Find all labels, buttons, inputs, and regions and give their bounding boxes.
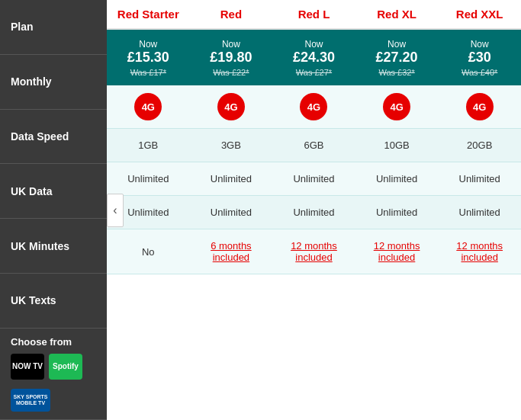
sidebar-item-uk-minutes: UK Minutes	[0, 219, 107, 274]
data-red-starter: 1GB	[107, 129, 190, 162]
price-red-xl: Now £27.20 Was £32*	[355, 29, 439, 85]
monthly-price-row: Now £15.30 Was £17* Now £19.80 Was £22* …	[107, 29, 521, 85]
uk-texts-row: Unlimited Unlimited Unlimited Unlimited …	[107, 196, 521, 229]
spotify-logo[interactable]: Spotify	[49, 354, 82, 380]
sidebar-choose-section: Choose from NOW TV Spotify SKY SPORTS MO…	[0, 329, 107, 420]
left-arrow-button[interactable]: ‹	[107, 194, 124, 227]
texts-red-xxl: Unlimited	[438, 196, 521, 229]
plan-name-red: Red	[190, 0, 273, 29]
speed-red-xl: 4G	[355, 85, 439, 129]
extras-row: No 6 months included 12 months included …	[107, 229, 521, 274]
plan-header-row: Red Starter Red Red L Red XL Red XXL	[107, 0, 521, 29]
plan-name-red-l: Red L	[272, 0, 355, 29]
sidebar-item-uk-texts: UK Texts	[0, 274, 107, 329]
texts-red-xl: Unlimited	[355, 196, 439, 229]
logo-row-2: SKY SPORTS MOBILE TV	[11, 386, 50, 412]
plan-name-red-starter: Red Starter	[107, 0, 190, 29]
texts-red-l: Unlimited	[272, 196, 355, 229]
extras-red[interactable]: 6 months included	[190, 229, 273, 274]
minutes-red-l: Unlimited	[272, 162, 355, 196]
uk-data-row: 1GB 3GB 6GB 10GB 20GB	[107, 129, 521, 162]
minutes-red-xxl: Unlimited	[438, 162, 521, 196]
sidebar-item-data-speed: Data Speed	[0, 110, 107, 165]
speed-red: 4G	[190, 85, 273, 129]
plan-name-red-xl: Red XL	[355, 0, 439, 29]
price-red-xxl: Now £30 Was £40*	[438, 29, 521, 85]
sidebar: Plan Monthly Data Speed UK Data UK Minut…	[0, 0, 107, 420]
data-red: 3GB	[190, 129, 273, 162]
price-red-starter: Now £15.30 Was £17*	[107, 29, 190, 85]
logo-row-1: NOW TV Spotify	[11, 354, 82, 380]
sidebar-item-uk-data: UK Data	[0, 164, 107, 219]
minutes-red: Unlimited	[190, 162, 273, 196]
data-red-xl: 10GB	[355, 129, 439, 162]
speed-red-starter: 4G	[107, 85, 190, 129]
speed-red-xxl: 4G	[438, 85, 521, 129]
nowtv-logo[interactable]: NOW TV	[11, 354, 44, 380]
data-red-l: 6GB	[272, 129, 355, 162]
extras-red-xl[interactable]: 12 months included	[355, 229, 439, 274]
plan-table-container: ‹ Red Starter Red Red L Red XL Red XXL N…	[107, 0, 521, 420]
extras-red-xxl[interactable]: 12 months included	[438, 229, 521, 274]
data-speed-row: 4G 4G 4G 4G 4G	[107, 85, 521, 129]
sidebar-item-monthly: Monthly	[0, 55, 107, 110]
plan-comparison-table: Red Starter Red Red L Red XL Red XXL Now…	[107, 0, 521, 274]
extras-red-l[interactable]: 12 months included	[272, 229, 355, 274]
data-red-xxl: 20GB	[438, 129, 521, 162]
minutes-red-xl: Unlimited	[355, 162, 439, 196]
price-red-l: Now £24.30 Was £27*	[272, 29, 355, 85]
extras-red-starter: No	[107, 229, 190, 274]
speed-red-l: 4G	[272, 85, 355, 129]
minutes-red-starter: Unlimited	[107, 162, 190, 196]
texts-red: Unlimited	[190, 196, 273, 229]
price-red: Now £19.80 Was £22*	[190, 29, 273, 85]
sky-logo[interactable]: SKY SPORTS MOBILE TV	[11, 389, 50, 412]
uk-minutes-row: Unlimited Unlimited Unlimited Unlimited …	[107, 162, 521, 196]
plan-name-red-xxl: Red XXL	[438, 0, 521, 29]
sidebar-item-plan: Plan	[0, 0, 107, 55]
